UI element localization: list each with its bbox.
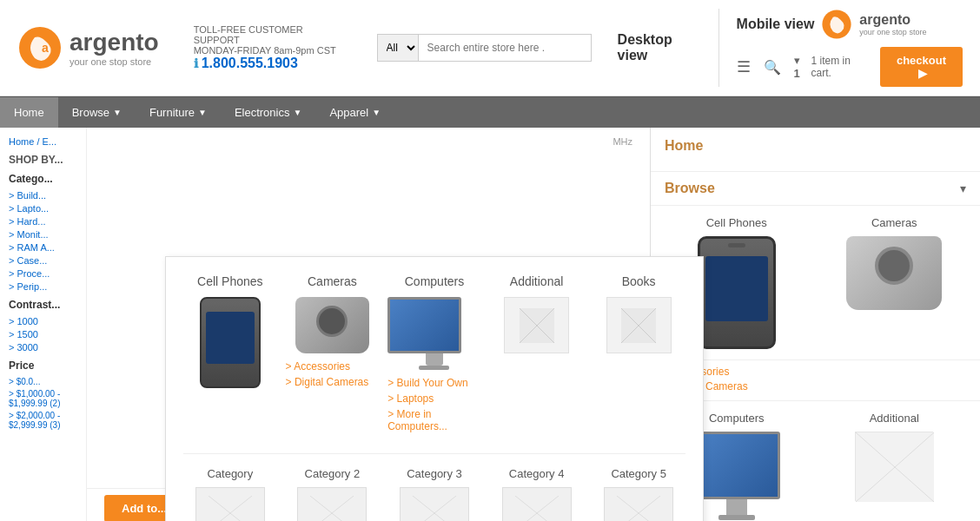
mobile-cellphone-title: Cell Phones: [665, 216, 809, 229]
logo-tagline: your one stop store: [70, 56, 159, 67]
background-content: MHz: [87, 128, 650, 145]
computer-stand: [426, 353, 443, 366]
mega-col-additional-title: Additional: [490, 274, 584, 288]
mega-col-additional: Additional: [490, 274, 584, 436]
nav-item-apparel[interactable]: Apparel ▼: [315, 97, 394, 128]
laptops-link[interactable]: Laptops: [387, 392, 481, 405]
search-input[interactable]: [418, 34, 592, 62]
category-item-laptops[interactable]: Lapto...: [9, 203, 77, 214]
cat-4-image: [502, 487, 572, 521]
svg-rect-18: [515, 496, 559, 521]
cat-4-title: Category 4: [490, 467, 584, 480]
breadcrumb: Home / E...: [9, 136, 77, 147]
category-item-monitors[interactable]: Monit...: [9, 229, 77, 240]
category-item-proce[interactable]: Proce...: [9, 268, 77, 279]
cat-col-4: Category 4: [490, 467, 584, 521]
digital-cameras-link[interactable]: Digital Cameras: [286, 376, 380, 388]
cat-5-title: Category 5: [592, 467, 685, 480]
mobile-accessories-link[interactable]: Accessories: [665, 366, 966, 378]
mobile-camera-title: Cameras: [823, 216, 967, 229]
cat-2-image: [297, 487, 367, 521]
contrast-title: Contrast...: [9, 299, 77, 311]
frequency-label: MHz: [612, 136, 632, 147]
nav-item-furniture[interactable]: Furniture ▼: [136, 97, 221, 128]
cat-col-1: Category: [183, 467, 277, 521]
electronics-dropdown-icon: ▼: [293, 108, 301, 117]
mobile-search-icon[interactable]: 🔍: [764, 59, 781, 76]
phone-number[interactable]: ℹ 1.800.555.1903: [194, 56, 342, 71]
contrast-1500[interactable]: 1500: [9, 329, 77, 340]
mega-menu: Cell Phones Cameras Accessories Digital …: [165, 256, 704, 521]
accessories-link[interactable]: Accessories: [286, 360, 380, 373]
cat1-placeholder-svg: [209, 496, 252, 521]
mobile-browse-title: Browse: [665, 181, 715, 196]
support-area: TOLL-FREE CUSTOMER SUPPORT MONDAY-FRIDAY…: [194, 24, 342, 71]
mobile-cellphone-image: [698, 236, 776, 349]
browse-dropdown-icon: ▼: [113, 108, 122, 117]
mobile-digital-cameras-link[interactable]: Digital Cameras: [665, 380, 966, 392]
build-your-own-link[interactable]: Build Your Own: [387, 377, 481, 389]
svg-rect-15: [413, 496, 456, 521]
mobile-logo-icon: [821, 9, 852, 40]
price-1000[interactable]: $1,000.00 - $1,999.99 (2): [9, 389, 77, 408]
category-item-perip[interactable]: Perip...: [9, 281, 77, 292]
cat-1-image: [195, 487, 265, 521]
cellphone-product-image: [200, 297, 261, 388]
mobile-logo-text: argento your one stop store: [859, 12, 926, 36]
price-0[interactable]: $0.0...: [9, 377, 77, 386]
additional-placeholder-image: [504, 297, 569, 353]
support-label: TOLL-FREE CUSTOMER SUPPORT: [194, 24, 342, 45]
main-layout: Home / E... SHOP BY... Catego... Build..…: [0, 128, 980, 521]
svg-text:a: a: [42, 41, 49, 55]
mega-col-books: Books: [592, 274, 685, 436]
nav-item-home[interactable]: Home: [0, 97, 58, 128]
mega-col-cellphones-title: Cell Phones: [183, 274, 277, 288]
books-placeholder-svg: [621, 308, 656, 343]
cat-3-image: [400, 487, 469, 521]
mobile-additional-image: [855, 432, 933, 501]
svg-rect-12: [310, 496, 354, 521]
mobile-nav-bar: ☰ 🔍 ▾ 1 1 item in cart. checkout ▶: [737, 47, 963, 87]
header: a argento your one stop store TOLL-FREE …: [0, 0, 980, 96]
search-area: All: [377, 34, 592, 62]
mobile-logo-name: argento: [859, 12, 926, 28]
category-item-hard[interactable]: Hard...: [9, 216, 77, 227]
mega-col-books-title: Books: [592, 274, 685, 288]
more-computers-link[interactable]: More in Computers...: [387, 408, 481, 432]
search-category-select[interactable]: All: [377, 34, 418, 62]
cat-5-image: [604, 487, 673, 521]
mega-col-computers: Computers Build Your Own Laptops More in…: [387, 274, 481, 436]
main-content: MHz Add to... $0.0... Add to... Cell Pho…: [87, 128, 650, 521]
mobile-header-top: Mobile view argento your one stop store: [737, 9, 963, 40]
computers-links: Build Your Own Laptops More in Computers…: [387, 377, 481, 432]
logo-icon: a: [17, 25, 63, 70]
cat5-placeholder-svg: [617, 496, 660, 521]
cat-1-title: Category: [183, 467, 277, 480]
computer-product-image: [387, 297, 461, 353]
mobile-imac-base: [718, 515, 755, 520]
contrast-1000[interactable]: 1000: [9, 316, 77, 326]
books-placeholder-image: [606, 297, 672, 353]
cart-count: ▾ 1: [794, 54, 808, 80]
contrast-3000[interactable]: 3000: [9, 342, 77, 353]
cart-text: 1 item in cart.: [811, 55, 867, 79]
mobile-computer-image: [693, 432, 780, 520]
category-item-build[interactable]: Build...: [9, 190, 77, 201]
cat-col-3: Category 3: [387, 467, 481, 521]
mega-col-cameras-title: Cameras: [286, 274, 380, 288]
price-2000[interactable]: $2,000.00 - $2,999.99 (3): [9, 411, 77, 430]
category-item-case[interactable]: Case...: [9, 255, 77, 266]
mobile-browse-section[interactable]: Browse ▾: [651, 172, 980, 206]
svg-rect-21: [617, 496, 660, 521]
category-item-ram[interactable]: RAM A...: [9, 242, 77, 253]
cat2-placeholder-svg: [310, 496, 354, 521]
hamburger-icon[interactable]: ☰: [737, 57, 751, 76]
nav-item-electronics[interactable]: Electronics ▼: [221, 97, 315, 128]
mobile-additional-title: Additional: [823, 412, 967, 425]
nav-item-browse[interactable]: Browse ▼: [58, 97, 136, 128]
checkout-button[interactable]: checkout ▶: [880, 47, 963, 87]
cat-3-title: Category 3: [387, 467, 481, 480]
browse-arrow-icon: ▾: [960, 181, 966, 195]
desktop-label: Desktop view: [618, 32, 701, 63]
cat-col-2: Category 2: [286, 467, 380, 521]
